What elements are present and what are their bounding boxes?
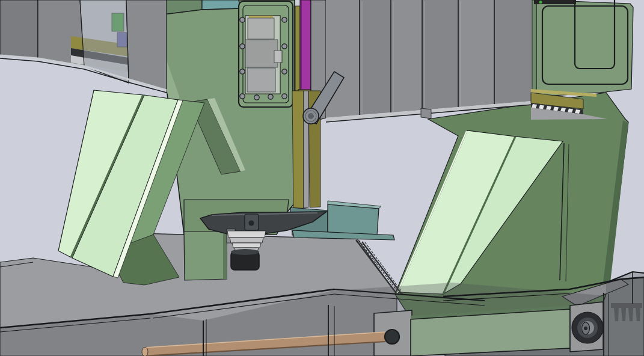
bellows-panel [458,0,494,107]
bolt-icon [282,17,287,22]
bolt-icon [240,94,245,99]
head-lower-column [184,232,227,280]
bellows-panel [391,0,422,112]
bellows-panel [494,0,532,104]
green-led-icon [539,1,542,4]
spindle-ring [232,243,261,248]
cad-render-canvas [0,0,644,356]
gear-window-glass-tint [245,16,280,94]
bellows-panel [360,0,391,115]
bolt-icon [282,94,287,99]
olive-column-a [292,91,304,209]
bolt-icon [240,69,245,74]
overhead-panel-1 [0,0,38,58]
spindle-ring [227,231,266,238]
frame-panel-face [536,0,633,97]
spindle-ring [230,238,263,243]
rod-bore [385,330,399,344]
bolt-icon [240,44,245,49]
link-arm-pin [308,113,314,119]
rod-end-cap [142,348,148,356]
way-cover-bellows[interactable] [326,0,532,122]
bolt-icon [282,69,287,74]
spindle-lug-hole [249,221,254,226]
bolt-icon [268,94,273,99]
spindle-wheel-top [231,249,259,255]
bolt-icon [254,95,259,100]
cad-viewport[interactable] [0,0,644,356]
bellows-corner-step [421,108,431,118]
head-lower-column-shade [223,232,227,279]
cover-box-right [606,272,644,356]
bolt-icon [240,17,245,22]
olive-sliver-strip [295,6,300,91]
bracket-web [328,204,379,235]
frame-sliver [532,0,536,100]
bolt-icon [282,44,287,49]
overhead-column-panel [126,0,167,90]
bellows-panel [422,0,458,110]
bearing-lug-hole [584,327,587,330]
